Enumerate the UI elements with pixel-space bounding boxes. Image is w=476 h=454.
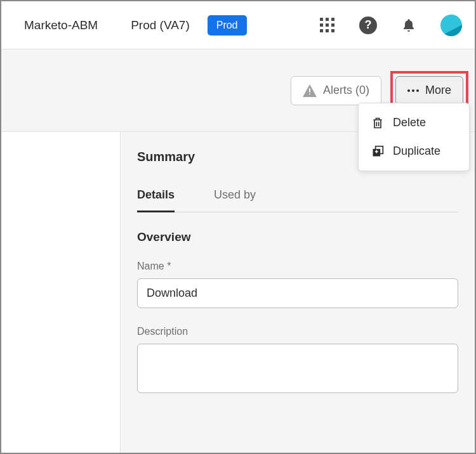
name-label: Name * [137, 261, 458, 272]
header-icons: ? [320, 15, 462, 36]
env-badge: Prod [208, 15, 247, 36]
global-header: Marketo-ABM Prod (VA7) Prod ? [1, 1, 475, 49]
name-input[interactable] [137, 278, 458, 308]
main-panel: Summary Details Used by Overview Name * … [121, 132, 475, 453]
name-field: Name * [137, 261, 458, 308]
menu-item-delete[interactable]: Delete [359, 108, 469, 137]
notifications-icon[interactable] [401, 18, 416, 33]
description-field: Description [137, 326, 458, 396]
summary-tabs: Details Used by [137, 182, 458, 212]
alerts-label: Alerts (0) [323, 84, 369, 97]
help-icon[interactable]: ? [359, 16, 377, 34]
warning-icon [303, 84, 317, 97]
apps-icon[interactable] [320, 18, 335, 33]
content-area: Summary Details Used by Overview Name * … [1, 132, 475, 453]
more-menu: Delete Duplicate [358, 103, 470, 171]
brand-name: Marketo-ABM [24, 18, 98, 32]
tab-details[interactable]: Details [137, 182, 175, 212]
overview-title: Overview [137, 230, 458, 244]
menu-item-delete-label: Delete [393, 116, 426, 129]
alerts-button[interactable]: Alerts (0) [291, 76, 381, 105]
menu-item-duplicate[interactable]: Duplicate [359, 137, 469, 165]
more-button[interactable]: More [395, 76, 463, 105]
duplicate-icon [371, 145, 384, 158]
description-input[interactable] [137, 344, 458, 393]
ellipsis-icon [407, 89, 419, 92]
more-label: More [425, 84, 451, 97]
left-sidebar [1, 132, 121, 453]
trash-icon [371, 117, 384, 129]
environment-name[interactable]: Prod (VA7) [131, 18, 190, 32]
tab-used-by[interactable]: Used by [214, 182, 256, 212]
avatar[interactable] [440, 15, 462, 36]
menu-item-duplicate-label: Duplicate [393, 145, 440, 158]
description-label: Description [137, 326, 458, 337]
